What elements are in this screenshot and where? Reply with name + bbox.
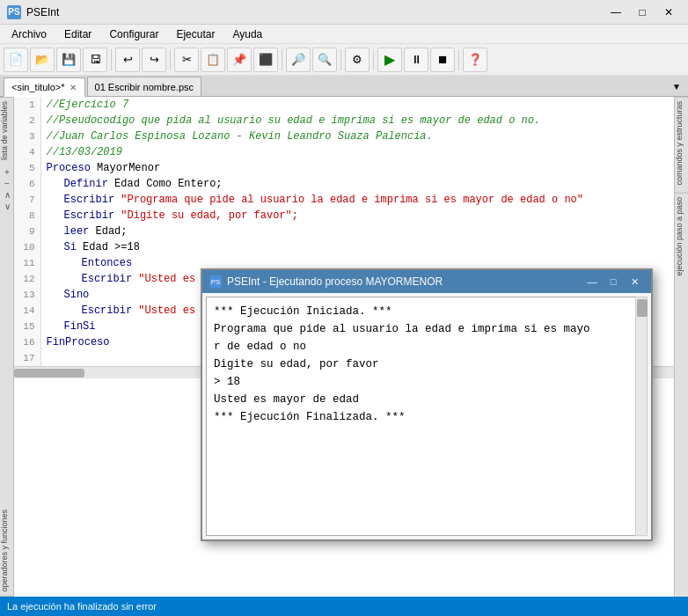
app-icon: PS (7, 5, 21, 19)
find-button[interactable]: 🔎 (286, 48, 311, 72)
table-row: 8Escribir "Digite su edad, por favor"; (14, 208, 674, 224)
var-list-toggle[interactable]: lista de variables (0, 97, 14, 164)
exec-dialog: PS PSEInt - Ejecutando proceso MAYORMENO… (201, 268, 653, 541)
main-area: lista de variables + − ∧ ∨ operadores y … (0, 97, 688, 597)
line-number: 8 (14, 208, 40, 224)
line-number: 3 (14, 128, 40, 144)
left-sidebar: lista de variables + − ∧ ∨ operadores y … (0, 97, 14, 597)
menu-bar: Archivo Editar Configurar Ejecutar Ayuda (0, 25, 688, 44)
dialog-title: PSEInt - Ejecutando proceso MAYORMENOR (227, 275, 443, 288)
dialog-scrollbar[interactable] (635, 297, 648, 536)
line-number: 13 (14, 287, 40, 303)
left-icon-chevron-up: ∧ (4, 190, 11, 200)
run-button[interactable]: ▶ (377, 48, 402, 72)
line-number: 4 (14, 144, 40, 160)
table-row: 3//Juan Carlos Espinosa Lozano - Kevin L… (14, 128, 674, 144)
code-line-content[interactable]: //Juan Carlos Espinosa Lozano - Kevin Le… (40, 128, 674, 144)
replace-button[interactable]: 🔍 (312, 48, 337, 72)
tab-escribir-nombre[interactable]: 01 Escribir nombre.psc (87, 77, 202, 96)
dialog-output-line: Digite su edad, por favor (214, 356, 640, 373)
redo-button[interactable]: ↪ (142, 48, 166, 72)
close-button[interactable]: ✕ (656, 4, 681, 21)
menu-configurar[interactable]: Configurar (101, 26, 166, 43)
dialog-output-line: r de edad o no (214, 338, 640, 356)
table-row: 2//Pseudocodigo que pida al usuario su e… (14, 113, 674, 128)
tabs-bar: <sin_titulo>* ✕ 01 Escribir nombre.psc ▼ (0, 76, 688, 97)
menu-ejecutar[interactable]: Ejecutar (168, 26, 223, 43)
dialog-scroll-thumb[interactable] (637, 299, 648, 317)
dialog-output-line: > 18 (214, 373, 640, 391)
table-row: 5Proceso MayorMenor (14, 160, 674, 176)
table-row: 6Definir Edad Como Entero; (14, 176, 674, 192)
code-line-content[interactable]: Si Edad >=18 (40, 239, 674, 255)
table-row: 4//13/03/2019 (14, 144, 674, 160)
help-button[interactable]: ❓ (463, 48, 487, 72)
code-line-content[interactable]: Definir Edad Como Entero; (40, 176, 674, 192)
cut-button[interactable]: ✂ (174, 48, 199, 72)
title-bar: PS PSEInt — □ ✕ (0, 0, 688, 25)
tab-sin-titulo-close[interactable]: ✕ (69, 83, 77, 92)
dialog-output: *** Ejecución Iniciada. ***Programa que … (206, 297, 648, 536)
line-number: 14 (14, 303, 40, 319)
paste-button[interactable]: 📌 (227, 48, 252, 72)
dialog-icon: PS (209, 275, 222, 288)
line-number: 5 (14, 160, 40, 176)
commands-toggle[interactable]: comandos y estructuras (675, 97, 688, 189)
tab-sin-titulo[interactable]: <sin_titulo>* ✕ (4, 77, 85, 97)
table-row: 1//Ejercicio 7 (14, 97, 674, 113)
code-line-content[interactable]: Escribir "Digite su edad, por favor"; (40, 208, 674, 224)
dialog-output-line: Usted es mayor de edad (214, 391, 640, 408)
undo-button[interactable]: ↩ (115, 48, 140, 72)
menu-ayuda[interactable]: Ayuda (224, 26, 270, 43)
menu-editar[interactable]: Editar (56, 26, 99, 43)
select-all-button[interactable]: ⬛ (253, 48, 278, 72)
line-number: 1 (14, 97, 40, 113)
hscroll-thumb[interactable] (14, 369, 84, 378)
line-number: 15 (14, 319, 40, 334)
new-file-button[interactable]: 📄 (4, 48, 28, 72)
left-icon-minus: − (4, 179, 10, 188)
dialog-title-bar: PS PSEInt - Ejecutando proceso MAYORMENO… (202, 270, 651, 293)
app-title: PSEInt (26, 6, 59, 18)
left-icon-chevron-down: ∨ (4, 202, 11, 211)
open-file-button[interactable]: 📂 (30, 48, 55, 72)
dialog-minimize-button[interactable]: — (582, 274, 602, 290)
options-button[interactable]: ⚙ (345, 48, 370, 72)
right-sidebar: comandos y estructuras ejecución paso a … (674, 97, 688, 597)
dialog-close-button[interactable]: ✕ (625, 274, 644, 290)
table-row: 10Si Edad >=18 (14, 239, 674, 255)
table-row: 7Escribir "Programa que pide al usuario … (14, 192, 674, 208)
code-line-content[interactable]: Escribir "Programa que pide al usuario l… (40, 192, 674, 208)
line-number: 12 (14, 271, 40, 287)
pause-button[interactable]: ⏸ (404, 48, 428, 72)
dialog-maximize-button[interactable]: □ (604, 274, 623, 290)
line-number: 10 (14, 239, 40, 255)
toolbar-sep-5 (373, 49, 374, 70)
save-all-button[interactable]: 🖫 (83, 48, 107, 72)
copy-button[interactable]: 📋 (201, 48, 225, 72)
table-row: 9leer Edad; (14, 224, 674, 239)
dialog-output-line: *** Ejecución Finalizada. *** (214, 408, 640, 426)
tabs-dropdown-button[interactable]: ▼ (669, 77, 684, 96)
code-line-content[interactable]: //Ejercicio 7 (40, 97, 674, 113)
line-number: 17 (14, 350, 40, 366)
line-number: 7 (14, 192, 40, 208)
save-button[interactable]: 💾 (56, 48, 81, 72)
code-line-content[interactable]: //13/03/2019 (40, 144, 674, 160)
toolbar-sep-1 (111, 49, 112, 70)
minimize-button[interactable]: — (604, 4, 628, 21)
stop-button[interactable]: ⏹ (430, 48, 455, 72)
step-exec-toggle[interactable]: ejecución paso a paso (675, 193, 688, 280)
maximize-button[interactable]: □ (630, 4, 655, 21)
toolbar-sep-4 (340, 49, 341, 70)
status-text: La ejecución ha finalizado sin error (7, 601, 157, 612)
code-line-content[interactable]: leer Edad; (40, 224, 674, 239)
code-line-content[interactable]: Proceso MayorMenor (40, 160, 674, 176)
line-number: 2 (14, 113, 40, 128)
left-icon-plus: + (4, 167, 10, 177)
operators-toggle[interactable]: operadores y funciones (0, 506, 14, 597)
menu-archivo[interactable]: Archivo (4, 26, 55, 43)
tab-escribir-nombre-label: 01 Escribir nombre.psc (95, 82, 194, 92)
code-line-content[interactable]: //Pseudocodigo que pida al usuario su ed… (40, 113, 674, 128)
dialog-output-line: *** Ejecución Iniciada. *** (214, 303, 640, 320)
